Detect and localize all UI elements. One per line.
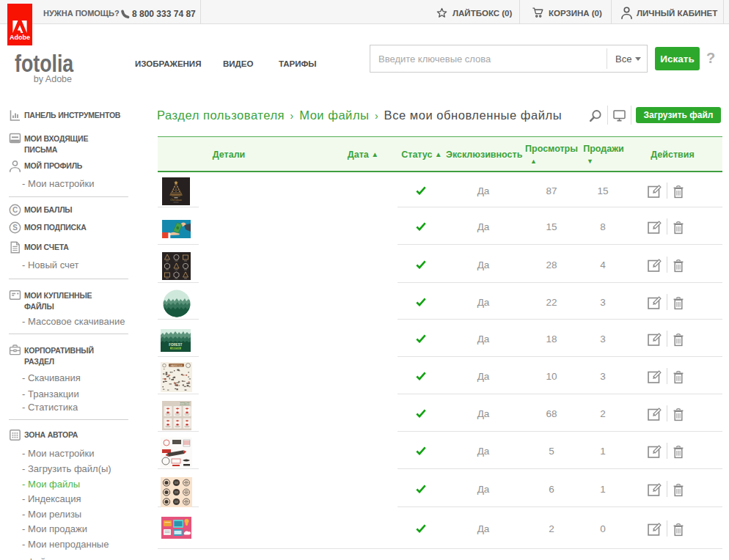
svg-text:CAMPING: CAMPING bbox=[171, 347, 180, 350]
svg-text:CO: CO bbox=[175, 501, 178, 504]
svg-text:CO: CO bbox=[175, 482, 178, 485]
svg-text:CO: CO bbox=[175, 491, 178, 494]
svg-text:HAIRSTYLE: HAIRSTYLE bbox=[171, 364, 183, 367]
svg-text:Christmas: Christmas bbox=[170, 199, 182, 202]
svg-text:S: S bbox=[12, 224, 18, 232]
svg-text:C: C bbox=[12, 206, 18, 214]
svg-text:FOREST: FOREST bbox=[169, 343, 183, 347]
svg-text:Santa Claus: Santa Claus bbox=[179, 402, 191, 405]
